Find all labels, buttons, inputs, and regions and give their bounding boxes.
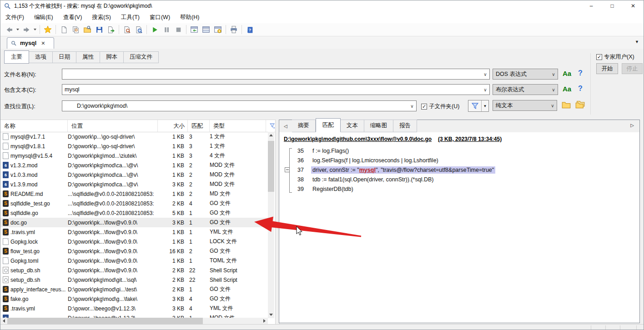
containing-text-mode-select[interactable]: 布尔表达式∨ bbox=[493, 84, 558, 95]
scroll-right-icon[interactable] bbox=[261, 318, 268, 324]
table-row[interactable]: mysql@v1.7.1 D:\gowork\p...\go-sql-drive… bbox=[0, 132, 268, 141]
scroll-left-icon[interactable] bbox=[0, 318, 7, 324]
maximize-button[interactable]: □ bbox=[602, 0, 623, 11]
favorites-icon[interactable] bbox=[42, 24, 54, 35]
preview-tab[interactable]: 报告 bbox=[393, 120, 417, 132]
vertical-scroll-thumb[interactable] bbox=[268, 141, 274, 192]
browse-folder-icon[interactable] bbox=[562, 100, 571, 109]
containing-text-input[interactable]: mysql∨ bbox=[62, 84, 490, 95]
print-icon[interactable] bbox=[228, 24, 240, 35]
menu-item[interactable]: 帮助(H) bbox=[175, 14, 204, 21]
table-row[interactable]: fake.go D:\gowork\pkg\mod\g...\fake\ 3 K… bbox=[0, 294, 268, 304]
help-expression-button[interactable]: ? bbox=[578, 85, 583, 93]
stop-button[interactable]: 停止 bbox=[622, 63, 643, 74]
view-file-search-icon[interactable] bbox=[121, 24, 133, 35]
start-button[interactable]: 开始 bbox=[596, 63, 618, 74]
menu-item[interactable]: 文件(F) bbox=[0, 14, 29, 21]
case-sensitive-button[interactable]: Aa bbox=[563, 70, 571, 77]
table-row[interactable]: setup_db.sh D:\gowork\pk...\flow@v0.9.0\… bbox=[0, 265, 268, 275]
back-menu-caret-icon[interactable] bbox=[15, 24, 20, 35]
export-icon[interactable] bbox=[105, 24, 117, 35]
horizontal-scrollbar[interactable] bbox=[0, 318, 268, 324]
tab-overflow-icon[interactable]: ▼ bbox=[635, 40, 639, 44]
table-row[interactable]: setup_db.sh D:\gowork\pkg\mod\git...\sql… bbox=[0, 275, 268, 285]
menu-item[interactable]: 工具(T) bbox=[116, 14, 145, 21]
close-button[interactable]: ✕ bbox=[623, 0, 644, 11]
collapse-toggle-icon[interactable] bbox=[284, 167, 293, 172]
table-row[interactable]: README.md ...\sqlfiddle@v0.0.0-201808210… bbox=[0, 189, 268, 199]
criteria-tab[interactable]: 主要 bbox=[4, 50, 29, 64]
criteria-tab[interactable]: 日期 bbox=[53, 51, 76, 63]
table-row[interactable]: apply_interface_reus... D:\gowork\pkg\mo… bbox=[0, 285, 268, 294]
table-row[interactable]: .travis.yml D:\gowor...\beego@v1.12.3\ 3… bbox=[0, 304, 268, 313]
collapse-toggle-icon[interactable] bbox=[284, 158, 293, 163]
column-header-type[interactable]: 类型 bbox=[210, 120, 266, 132]
criteria-tab[interactable]: 脚本 bbox=[100, 51, 124, 63]
help-expression-button[interactable]: ? bbox=[578, 69, 583, 77]
column-header-size[interactable]: 大小 bbox=[158, 120, 188, 132]
table-row[interactable]: mymysql@v1.5.4 D:\gowork\pkg\mod...\ziut… bbox=[0, 151, 268, 160]
expert-user-checkbox[interactable]: ✓ 专家用户(X) bbox=[596, 53, 634, 61]
file-name-input[interactable]: ∨ bbox=[62, 69, 490, 80]
open-search-icon[interactable] bbox=[81, 24, 93, 35]
scroll-up-icon[interactable] bbox=[268, 132, 274, 139]
table-row[interactable]: Gopkg.toml D:\gowork\pk...\flow@v0.9.0\ … bbox=[0, 256, 268, 265]
minimize-button[interactable]: – bbox=[581, 0, 602, 11]
preview-tab[interactable]: 文本 bbox=[341, 120, 364, 132]
forward-menu-caret-icon[interactable] bbox=[32, 24, 38, 35]
vertical-scrollbar[interactable] bbox=[268, 132, 274, 318]
file-name-mode-select[interactable]: DOS 表达式∨ bbox=[493, 69, 558, 80]
table-row[interactable]: mysql@v1.8.1 D:\gowork\p...\go-sql-drive… bbox=[0, 141, 268, 151]
column-header-name[interactable]: 名称 bbox=[0, 120, 68, 132]
toggle-search-panel-icon[interactable] bbox=[188, 24, 200, 35]
chevron-down-icon[interactable]: ∨ bbox=[408, 104, 416, 109]
forward-button[interactable] bbox=[20, 24, 32, 35]
help-icon[interactable]: ? bbox=[244, 24, 256, 35]
menu-item[interactable]: 查看(V) bbox=[58, 14, 87, 21]
collapse-toggle-icon[interactable] bbox=[284, 177, 293, 182]
pause-search-icon[interactable] bbox=[161, 24, 172, 35]
column-header-matches[interactable]: 匹配 bbox=[188, 120, 210, 132]
table-row[interactable]: Gopkg.lock D:\gowork\pk...\flow@v0.9.0\ … bbox=[0, 237, 268, 246]
table-row[interactable]: .travis.yml D:\gowork\pk...\flow@v0.9.0\… bbox=[0, 227, 268, 237]
preview-tab[interactable]: 匹配 bbox=[316, 118, 341, 132]
toggle-preview-panel-icon[interactable] bbox=[200, 24, 212, 35]
table-row[interactable]: v1.0.3.mod D:\gowork\pkg\mod\ca...\@v\ 1… bbox=[0, 170, 268, 180]
column-header-path[interactable]: 位置 bbox=[68, 120, 158, 132]
case-sensitive-button[interactable]: Aa bbox=[563, 85, 571, 93]
search-tab-mysql[interactable]: mysql ✕ bbox=[7, 37, 54, 49]
menu-item[interactable]: 编辑(E) bbox=[29, 14, 58, 21]
save-icon[interactable] bbox=[93, 24, 105, 35]
tab-scroll-left-icon[interactable]: ◁ bbox=[279, 124, 292, 129]
matched-file-link[interactable]: D:\gowork\pkg\mod\github.com\3xxx\flow@v… bbox=[284, 136, 635, 142]
tab-close-icon[interactable]: ✕ bbox=[41, 40, 45, 46]
chevron-down-icon[interactable]: ∨ bbox=[481, 72, 489, 77]
copy-search-icon[interactable] bbox=[70, 24, 81, 35]
table-row[interactable]: v1.3.2.mod D:\gowork\pkg\mod\ca...\@v\ 1… bbox=[0, 160, 268, 170]
preview-tab[interactable]: 摘要 bbox=[292, 120, 316, 132]
view-index-search-icon[interactable] bbox=[133, 24, 145, 35]
criteria-tab[interactable]: 压缩文件 bbox=[124, 51, 159, 63]
collapse-toggle-icon[interactable] bbox=[284, 148, 293, 153]
look-in-input[interactable]: D:\gowork\pkg\mod\∨ bbox=[62, 100, 417, 111]
table-row[interactable]: flow_test.go D:\gowork\pk...\flow@v0.9.0… bbox=[0, 246, 268, 256]
collapse-toggle-icon[interactable] bbox=[284, 186, 293, 191]
match-text[interactable]: mysql bbox=[359, 167, 376, 173]
menu-item[interactable]: 窗口(W) bbox=[145, 14, 175, 21]
table-row[interactable]: sqlfiddle_test.go ...\sqlfiddle@v0.0.0-2… bbox=[0, 199, 268, 208]
results-filter-funnel-icon[interactable] bbox=[266, 120, 275, 132]
table-row[interactable]: doc.go D:\gowork\pk...\flow@v0.9.0\ 3 KB… bbox=[0, 218, 268, 227]
table-row[interactable]: sqlfiddle.go ...\sqlfiddle@v0.0.0-201808… bbox=[0, 208, 268, 218]
scroll-down-icon[interactable] bbox=[268, 311, 274, 318]
stop-search-icon[interactable] bbox=[172, 24, 184, 35]
horizontal-scroll-thumb[interactable] bbox=[7, 318, 203, 324]
table-row[interactable]: v1.3.9.mod D:\gowork\pkg\mod\ca...\@v\ 3… bbox=[0, 180, 268, 189]
start-search-icon[interactable] bbox=[149, 24, 161, 35]
preview-tab[interactable]: 缩略图 bbox=[364, 120, 394, 132]
recent-folders-icon[interactable] bbox=[575, 100, 585, 109]
filter-menu-caret-icon[interactable]: ▼ bbox=[482, 104, 488, 108]
tab-scroll-right-icon[interactable]: ▷ bbox=[626, 123, 639, 128]
options-icon[interactable] bbox=[212, 24, 224, 35]
criteria-tab[interactable]: 选项 bbox=[29, 51, 53, 63]
criteria-tab[interactable]: 属性 bbox=[76, 51, 100, 63]
